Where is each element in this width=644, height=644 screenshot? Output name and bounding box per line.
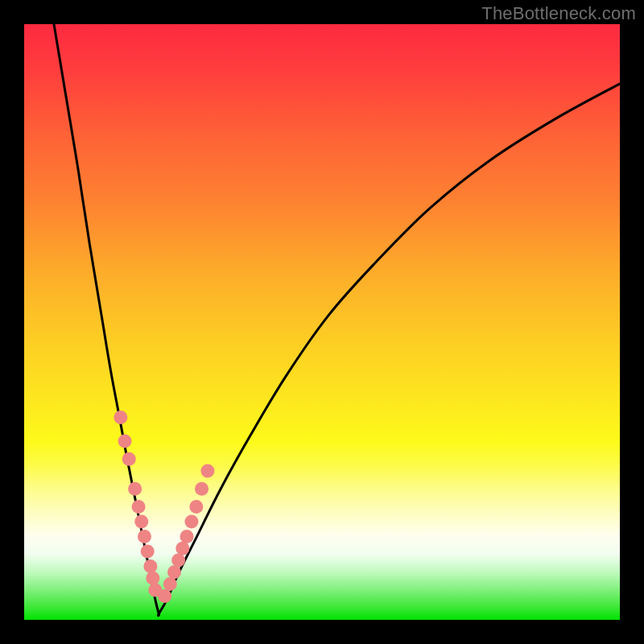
data-dot <box>195 482 208 496</box>
watermark-text: TheBottleneck.com <box>481 3 636 24</box>
data-dot <box>171 554 185 568</box>
data-dot <box>143 559 157 573</box>
data-dot <box>122 452 136 466</box>
data-dot <box>146 572 159 585</box>
data-dot <box>141 544 155 558</box>
data-dot <box>138 530 151 543</box>
data-dot <box>118 435 132 448</box>
data-dot <box>128 482 142 496</box>
chart-svg <box>24 24 620 620</box>
data-dot <box>114 411 127 424</box>
data-dot <box>163 577 177 591</box>
data-dot <box>189 500 203 514</box>
data-dot <box>200 464 214 478</box>
chart-frame: TheBottleneck.com <box>0 0 644 644</box>
chart-plot-area <box>24 24 620 620</box>
data-dot <box>132 500 146 514</box>
dots-layer <box>114 411 214 603</box>
data-dot <box>158 589 171 603</box>
data-dot <box>134 514 148 528</box>
data-dot <box>184 514 198 528</box>
data-dot <box>180 530 194 543</box>
data-dot <box>167 565 181 579</box>
data-dot <box>175 542 189 555</box>
